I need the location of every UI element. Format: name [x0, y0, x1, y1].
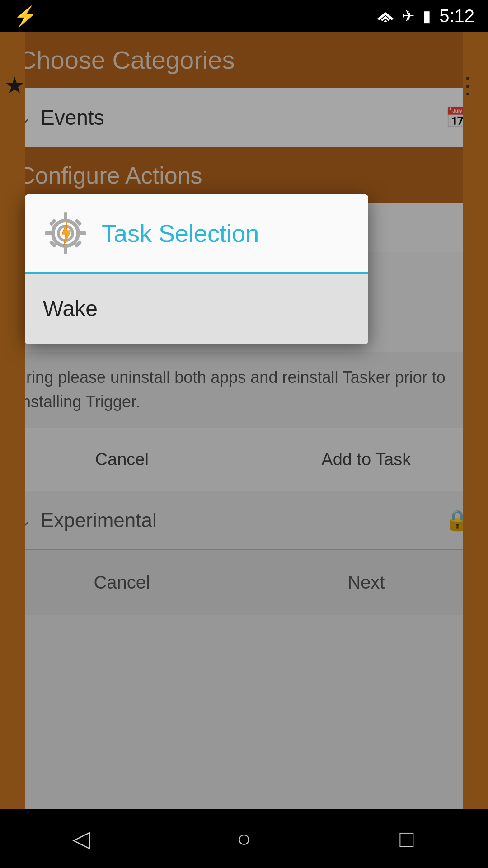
svg-point-2 — [384, 20, 387, 22]
svg-rect-8 — [79, 231, 86, 235]
dialog-item-wake-text: Wake — [43, 297, 98, 321]
dialog-title: Task Selection — [102, 219, 259, 247]
nav-bar: ◁ ○ □ — [0, 809, 488, 868]
svg-rect-7 — [45, 231, 52, 235]
airplane-icon: ✈ — [402, 7, 414, 25]
overlay-backdrop — [0, 32, 488, 809]
dialog-item-wake[interactable]: Wake — [25, 274, 368, 344]
task-selection-dialog: Task Selection Wake — [25, 194, 368, 344]
battery-icon: ▮ — [422, 7, 431, 25]
gear-lightning-icon — [43, 211, 88, 256]
status-time: 5:12 — [439, 6, 474, 26]
lightning-icon: ⚡ — [14, 5, 37, 27]
svg-rect-5 — [64, 212, 67, 220]
svg-marker-13 — [62, 221, 71, 246]
svg-rect-6 — [64, 247, 67, 254]
recent-apps-button[interactable]: □ — [380, 821, 434, 857]
status-bar: ⚡ ✈ ▮ 5:12 — [0, 0, 488, 32]
back-button[interactable]: ◁ — [54, 821, 108, 857]
dialog-header: Task Selection — [25, 194, 368, 272]
wifi-icon — [377, 9, 394, 22]
home-button[interactable]: ○ — [217, 821, 271, 857]
